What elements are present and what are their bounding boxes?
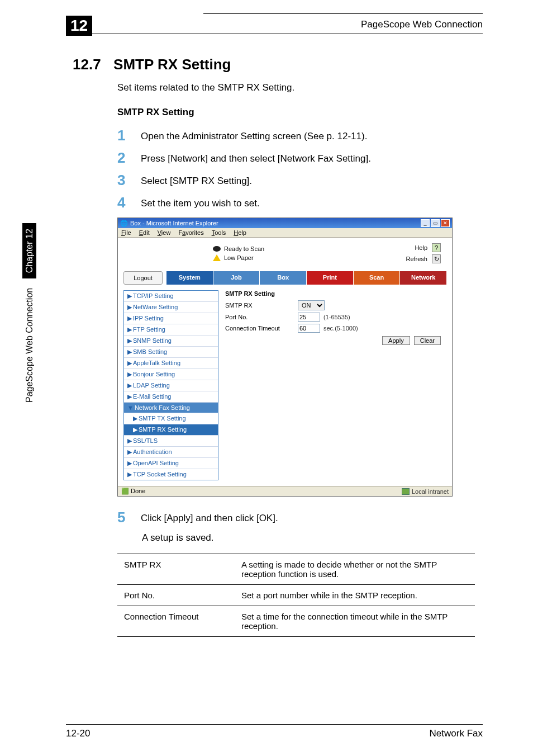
table-val: Set a port number while in the SMTP rece…	[235, 585, 475, 606]
table-row: SMTP RXA setting is made to decide wheth…	[117, 554, 475, 585]
tab-job[interactable]: Job	[213, 271, 260, 285]
menu-edit[interactable]: Edit	[139, 229, 150, 236]
header-rule-top	[203, 13, 483, 14]
sidebar-item-openapi[interactable]: ▶OpenAPI Setting	[124, 457, 218, 469]
sidebar-item-ftp[interactable]: ▶FTP Setting	[124, 324, 218, 335]
port-hint: (1-65535)	[323, 314, 350, 320]
timeout-hint: sec.(5-1000)	[323, 325, 358, 332]
help-icon[interactable]: ?	[432, 243, 441, 252]
sidebar-item-bonjour[interactable]: ▶Bonjour Setting	[124, 368, 218, 380]
smtprx-select[interactable]: ON	[298, 300, 325, 310]
side-tab: PageScope Web Connection Chapter 12	[25, 223, 35, 403]
tab-network[interactable]: Network	[399, 271, 446, 285]
ie-icon: 🌐	[120, 220, 128, 227]
sidebar-item-auth[interactable]: ▶Authentication	[124, 446, 218, 457]
statusbar-zone: Local intranet	[412, 488, 449, 495]
tab-system[interactable]: System	[166, 271, 213, 285]
step-text-1: Open the Administrator Setting screen (S…	[141, 128, 367, 142]
timeout-input[interactable]	[298, 324, 320, 333]
header-rule-bottom	[66, 34, 483, 34]
window-title: Box - Microsoft Internet Explorer	[130, 220, 218, 226]
menu-help[interactable]: Help	[234, 229, 246, 236]
side-menu: ▶TCP/IP Setting ▶NetWare Setting ▶IPP Se…	[123, 290, 218, 480]
intranet-icon	[402, 488, 410, 495]
port-label: Port No.	[225, 314, 298, 320]
menu-file[interactable]: File	[121, 229, 131, 236]
step-text-4: Set the item you wish to set.	[141, 195, 260, 209]
sidebar-item-netware[interactable]: ▶NetWare Setting	[124, 301, 218, 313]
table-val: Set a time for the connection timeout wh…	[235, 606, 475, 637]
close-button[interactable]: ✕	[441, 219, 450, 227]
sidebar-item-snmp[interactable]: ▶SNMP Setting	[124, 335, 218, 346]
maximize-button[interactable]: ▭	[431, 219, 440, 227]
sidebar-item-ssltls[interactable]: ▶SSL/TLS	[124, 435, 218, 446]
step-text-3: Select [SMTP RX Setting].	[141, 173, 252, 187]
sub-heading: SMTP RX Setting	[117, 107, 483, 118]
chapter-badge: 12	[66, 16, 92, 36]
minimize-button[interactable]: _	[421, 219, 430, 227]
menu-tools[interactable]: Tools	[212, 229, 226, 236]
step-number-3: 3	[117, 173, 141, 187]
sidebar-item-smb[interactable]: ▶SMB Setting	[124, 346, 218, 357]
table-val: A setting is made to decide whether or n…	[235, 554, 475, 585]
warning-icon	[213, 254, 221, 261]
sidebar-item-smtptx[interactable]: ▶SMTP TX Setting	[124, 413, 218, 424]
header-title: PageScope Web Connection	[361, 19, 483, 30]
statusbar-done: Done	[131, 488, 145, 494]
port-input[interactable]	[298, 313, 320, 322]
step-list: 1Open the Administrator Setting screen (…	[117, 128, 483, 210]
intro-text: Set items related to the SMTP RX Setting…	[117, 82, 483, 93]
sidebar-item-smtprx[interactable]: ▶SMTP RX Setting	[124, 424, 218, 435]
help-link[interactable]: Help	[415, 244, 427, 251]
table-key: Connection Timeout	[117, 606, 235, 637]
menu-favorites[interactable]: Favorites	[178, 229, 203, 236]
tab-bar: Logout System Job Box Print Scan Network	[123, 271, 446, 285]
footer-page: 12-20	[66, 728, 90, 739]
status-lowpaper: Low Paper	[224, 254, 254, 261]
sidebar-item-networkfax[interactable]: ▼Network Fax Setting	[124, 402, 218, 413]
refresh-link[interactable]: Refresh	[406, 256, 427, 262]
step-number-2: 2	[117, 150, 141, 165]
clear-button[interactable]: Clear	[414, 336, 441, 345]
form-heading: SMTP RX Setting	[225, 290, 446, 297]
step-number-1: 1	[117, 128, 141, 143]
window-titlebar: 🌐 Box - Microsoft Internet Explorer _ ▭ …	[118, 218, 452, 228]
description-table: SMTP RXA setting is made to decide wheth…	[117, 554, 475, 637]
step-number-4: 4	[117, 195, 141, 210]
smtprx-label: SMTP RX	[225, 302, 298, 309]
sidebar-item-tcpsocket[interactable]: ▶TCP Socket Setting	[124, 469, 218, 480]
apply-button[interactable]: Apply	[382, 336, 410, 345]
step-text-2: Press [Network] and then select [Network…	[141, 150, 371, 164]
step-text-5: Click [Apply] and then click [OK].	[141, 510, 278, 524]
tab-print[interactable]: Print	[306, 271, 353, 285]
footer-title: Network Fax	[430, 728, 483, 739]
menu-bar: File Edit View Favorites Tools Help	[118, 228, 452, 238]
printer-icon	[213, 246, 221, 252]
step5-result: A setup is saved.	[142, 532, 483, 544]
tab-scan[interactable]: Scan	[353, 271, 400, 285]
content-panel: SMTP RX Setting SMTP RX ON Port No. (1-6…	[225, 290, 446, 480]
logout-button[interactable]: Logout	[123, 271, 163, 285]
timeout-label: Connection Timeout	[225, 325, 298, 332]
sidebar-item-ldap[interactable]: ▶LDAP Setting	[124, 380, 218, 391]
menu-view[interactable]: View	[158, 229, 171, 236]
side-tab-text: PageScope Web Connection	[25, 288, 34, 403]
table-key: Port No.	[117, 585, 235, 606]
embedded-screenshot: 🌐 Box - Microsoft Internet Explorer _ ▭ …	[117, 218, 453, 497]
status-ready: Ready to Scan	[224, 245, 264, 252]
section-number: 12.7	[73, 56, 101, 73]
refresh-icon[interactable]: ↻	[432, 254, 441, 263]
sidebar-item-appletalk[interactable]: ▶AppleTalk Setting	[124, 357, 218, 368]
table-key: SMTP RX	[117, 554, 235, 585]
table-row: Connection TimeoutSet a time for the con…	[117, 606, 475, 637]
table-row: Port No.Set a port number while in the S…	[117, 585, 475, 606]
tab-box[interactable]: Box	[259, 271, 306, 285]
sidebar-item-email[interactable]: ▶E-Mail Setting	[124, 391, 218, 402]
section-title: SMTP RX Setting	[113, 56, 231, 73]
sidebar-item-tcpip[interactable]: ▶TCP/IP Setting	[124, 291, 218, 301]
sidebar-item-ipp[interactable]: ▶IPP Setting	[124, 313, 218, 324]
step-number-5: 5	[117, 510, 141, 525]
side-tab-chapter: Chapter 12	[22, 223, 36, 278]
